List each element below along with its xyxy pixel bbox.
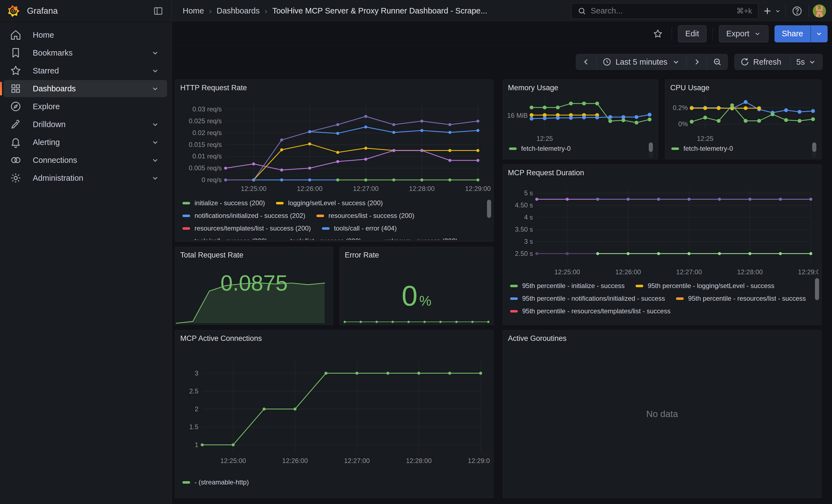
panel-title[interactable]: Error Rate <box>345 251 379 260</box>
star-icon[interactable] <box>650 26 666 42</box>
panel-title[interactable]: CPU Usage <box>670 84 709 92</box>
chevron-down-icon <box>671 57 681 67</box>
refresh-interval: 5s <box>796 57 805 67</box>
legend-item[interactable]: 95th percentile - resources/list - succe… <box>676 294 806 303</box>
sidebar-item-alerting[interactable]: Alerting <box>4 134 167 151</box>
panel-title[interactable]: MCP Active Connections <box>180 334 262 343</box>
legend-item[interactable]: fetch-telemetry-0 <box>509 144 571 153</box>
legend-item[interactable]: fetch-telemetry-0 <box>671 144 733 153</box>
compass-icon <box>10 100 22 112</box>
app-name: Grafana <box>27 6 58 16</box>
legend-swatch <box>635 285 643 287</box>
breadcrumb-link[interactable]: Dashboards <box>216 6 259 16</box>
panel-title[interactable]: Total Request Rate <box>180 251 243 260</box>
chevron-down-icon[interactable] <box>151 137 160 147</box>
mcp-request-duration-chart[interactable]: 12:25:0012:26:0012:27:0012:28:0012:29:00… <box>505 181 818 279</box>
chevron-down-icon[interactable] <box>151 155 160 165</box>
legend-item[interactable]: 95th percentile - notifications/initiali… <box>510 294 665 303</box>
panel-cpu-usage: CPU Usage 12:250.2%0% fetch-telemetry-0 <box>665 80 822 159</box>
edit-button[interactable]: Edit <box>678 25 706 43</box>
legend-item[interactable]: unknown - success (200) <box>372 237 458 240</box>
svg-text:12:25:00: 12:25:00 <box>220 457 246 465</box>
export-button[interactable]: Export <box>719 25 769 43</box>
legend-item[interactable]: resources/templates/list - success (200) <box>182 224 311 233</box>
chevron-down-icon[interactable] <box>151 66 160 75</box>
clock-icon <box>602 57 612 67</box>
zoom-out-icon[interactable] <box>707 54 727 70</box>
legend-item[interactable]: 95th percentile - resources/templates/li… <box>510 307 671 316</box>
http-legend: initialize - success (200)logging/setLev… <box>182 198 484 240</box>
help-icon[interactable] <box>789 3 805 19</box>
chevron-down-icon[interactable] <box>151 84 160 93</box>
legend-scrollbar[interactable] <box>812 142 816 152</box>
gear-icon <box>10 172 22 184</box>
legend-swatch <box>510 285 518 287</box>
svg-text:4 s: 4 s <box>524 213 533 221</box>
legend-item[interactable]: tools/call - error (404) <box>322 224 397 233</box>
legend-scrollbar[interactable] <box>649 142 653 152</box>
legend-scrollbar[interactable] <box>487 200 491 218</box>
chevron-down-icon <box>807 57 817 67</box>
avatar[interactable] <box>813 4 826 18</box>
mcp-active-connections-chart[interactable]: 12:25:0012:26:0012:27:0012:28:0012:29:00… <box>178 348 490 472</box>
svg-text:12:27:00: 12:27:00 <box>344 457 370 465</box>
sidebar-item-explore[interactable]: Explore <box>4 98 167 115</box>
legend-swatch <box>316 215 324 217</box>
legend-swatch <box>182 481 190 484</box>
legend-item[interactable]: logging/setLevel - success (200) <box>276 198 383 207</box>
sidebar-item-administration[interactable]: Administration <box>4 169 167 187</box>
legend-item[interactable]: resources/list - success (200) <box>316 211 414 220</box>
svg-text:12:25: 12:25 <box>537 135 553 141</box>
breadcrumb-link[interactable]: Home <box>183 6 204 16</box>
time-range-picker[interactable]: Last 5 minutes <box>597 54 686 70</box>
svg-text:12:26:00: 12:26:00 <box>282 457 308 465</box>
sidebar-item-drilldown[interactable]: Drilldown <box>4 116 167 133</box>
memory-usage-chart[interactable]: 12:2516 MiB <box>504 92 655 141</box>
legend-swatch <box>322 227 330 230</box>
legend-item[interactable]: notifications/initialized - success (202… <box>182 211 305 220</box>
sidebar-toggle-icon[interactable] <box>151 3 166 19</box>
svg-text:12:26:00: 12:26:00 <box>297 185 322 192</box>
panel-mcp-active-connections: MCP Active Connections 12:25:0012:26:001… <box>175 330 494 498</box>
share-caret-button[interactable] <box>810 25 828 43</box>
error-rate-sparkline[interactable] <box>341 312 492 325</box>
svg-text:0%: 0% <box>678 120 688 128</box>
chevron-down-icon[interactable] <box>151 173 160 183</box>
panel-title[interactable]: Memory Usage <box>508 84 558 92</box>
refresh-button[interactable]: Refresh <box>735 54 791 70</box>
total-request-rate-sparkline[interactable] <box>176 275 325 324</box>
chevron-down-icon[interactable] <box>151 120 160 129</box>
legend-scrollbar[interactable] <box>815 278 819 300</box>
share-button[interactable]: Share <box>775 25 810 43</box>
svg-text:12:27:00: 12:27:00 <box>353 185 379 192</box>
top-bar: Grafana Home›Dashboards›ToolHive MCP Ser… <box>0 0 832 22</box>
legend-item[interactable]: tools/list - success (200) <box>278 237 361 240</box>
sidebar-item-starred[interactable]: Starred <box>4 62 167 79</box>
sidebar-item-home[interactable]: Home <box>4 26 167 44</box>
time-forward-button[interactable] <box>686 54 707 70</box>
add-button[interactable] <box>762 6 781 16</box>
sidebar-item-dashboards[interactable]: Dashboards <box>4 80 167 97</box>
cpu-usage-chart[interactable]: 12:250.2%0% <box>666 92 818 141</box>
svg-text:3: 3 <box>195 369 198 377</box>
sidebar-item-connections[interactable]: Connections <box>4 152 167 169</box>
no-data-message: No data <box>503 330 821 498</box>
panel-title[interactable]: MCP Request Duration <box>508 169 584 177</box>
http-request-rate-chart[interactable]: 12:25:0012:26:0012:27:0012:28:0012:29:00… <box>178 96 491 195</box>
legend-item[interactable]: - (streamable-http) <box>182 478 249 487</box>
search-input[interactable]: Search... ⌘+k <box>571 3 758 19</box>
svg-text:0.02 req/s: 0.02 req/s <box>192 129 222 136</box>
legend-item[interactable]: 95th percentile - logging/setLevel - suc… <box>635 282 774 290</box>
legend-label: notifications/initialized - success (202… <box>194 212 305 219</box>
grafana-logo[interactable] <box>7 5 20 17</box>
sidebar-item-bookmarks[interactable]: Bookmarks <box>4 44 167 61</box>
panel-title[interactable]: HTTP Request Rate <box>180 84 247 92</box>
time-back-button[interactable] <box>576 54 597 70</box>
svg-text:12:27:00: 12:27:00 <box>676 268 702 276</box>
legend-item[interactable]: initialize - success (200) <box>182 198 265 207</box>
legend-item[interactable]: 95th percentile - initialize - success <box>510 282 625 290</box>
chevron-down-icon[interactable] <box>151 48 160 57</box>
legend-item[interactable]: tools/call - success (200) <box>182 237 267 240</box>
refresh-interval-picker[interactable]: 5s <box>790 54 822 70</box>
panel-memory-usage: Memory Usage 12:2516 MiB fetch-telemetry… <box>503 80 658 159</box>
